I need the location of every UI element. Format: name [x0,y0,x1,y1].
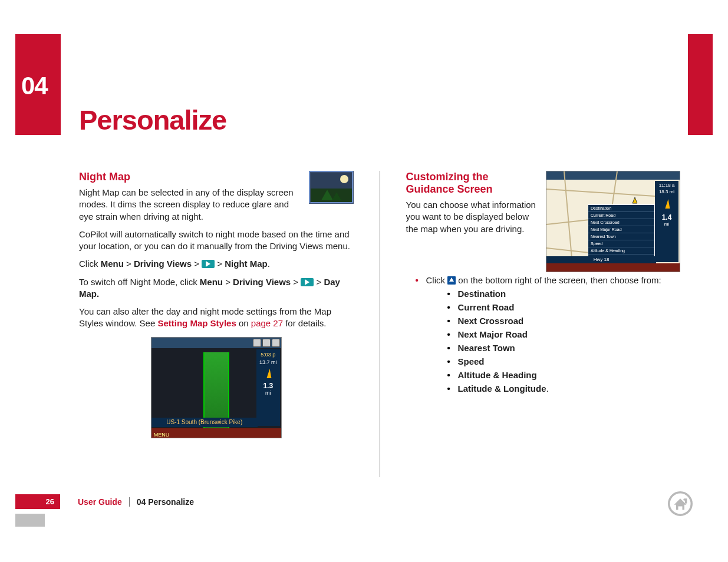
guidance-instructions: Click on the bottom right of the screen,… [416,275,681,285]
svg-marker-5 [633,197,637,203]
info-panel-icon [447,276,456,285]
right-column: 11:18 a 18.3 mi 1.4 mi DestinationCurren… [406,171,681,477]
guidance-p1: You can choose what information you want… [406,199,559,235]
left-column: Night Map Night Map can be selected in a… [79,171,354,477]
night-map-p2: CoPilot will automatically switch to nig… [79,229,354,253]
turn-arrow-icon [265,369,271,378]
chapter-tab-left: 04 [15,34,61,135]
guidance-menu: DestinationCurrent Road Next CrossroadNe… [588,204,655,262]
home-button[interactable] [668,491,693,516]
list-item: Destination [458,289,681,299]
column-divider [380,171,380,477]
grey-tab [15,514,45,527]
list-item: Next Major Road [458,329,681,339]
list-item: Latitude & Longitude. [458,384,681,394]
page-footer: 26 User Guide04 Personalize [0,494,194,509]
chapter-tab-right [688,34,713,135]
page-number: 26 [15,494,60,509]
breadcrumb: User Guide04 Personalize [78,497,194,507]
list-item: Speed [458,356,681,366]
list-item: Current Road [458,302,681,312]
chapter-title: Personalize [79,104,226,136]
night-map-p3: You can also alter the day and night mod… [79,306,354,330]
turn-arrow-icon [664,199,670,209]
list-item: Altitude & Heading [458,370,681,380]
list-item: Nearest Town [458,343,681,353]
night-map-path-on: Click Menu > Driving Views > > Night Map… [79,258,354,270]
list-item: Next Crossroad [458,316,681,326]
page-27-link[interactable]: page 27 [251,318,283,328]
svg-line-0 [546,189,655,196]
play-icon [301,278,314,286]
guidance-screenshot: 11:18 a 18.3 mi 1.4 mi DestinationCurren… [546,171,680,272]
chapter-number: 04 [15,34,61,100]
guidance-options-list: Destination Current Road Next Crossroad … [458,289,681,394]
play-icon [202,260,215,268]
night-map-icon [309,171,354,204]
night-map-screenshot: 5:03 p 13.7 mi 1.3 mi US-1 South (Brunsw… [151,337,282,438]
night-map-path-off: To switch off Night Mode, click Menu > D… [79,276,354,300]
setting-map-styles-link[interactable]: Setting Map Styles [157,318,236,328]
